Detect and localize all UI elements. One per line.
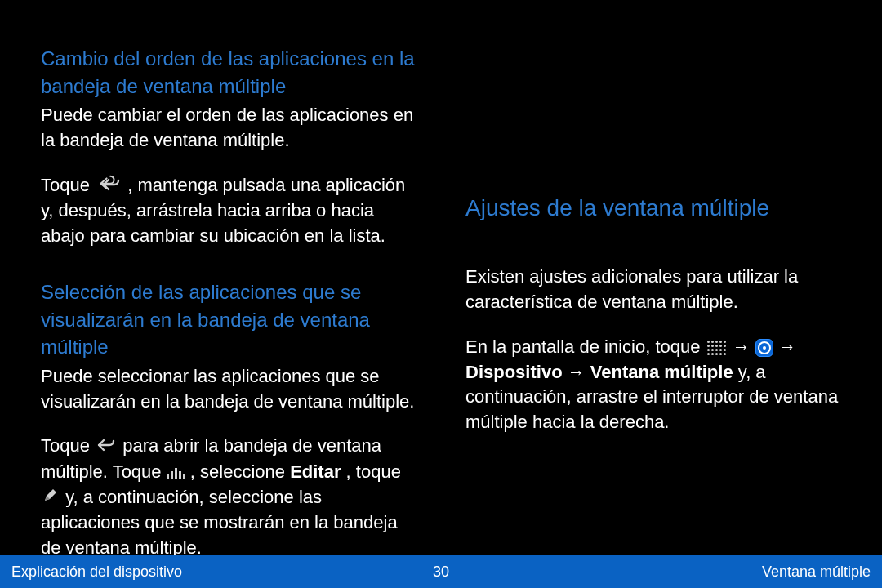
text: → [568, 362, 590, 382]
paragraph: Toque para abrir la bandeja de ventana m… [41, 434, 416, 561]
text: , toque [346, 461, 401, 482]
text: Puede cambiar el orden de las aplicacion… [41, 105, 413, 150]
heading-multiwindow-settings: Ajustes de la ventana múltiple [466, 192, 841, 224]
paragraph: Existen ajustes adicionales para utiliza… [466, 265, 841, 315]
text-bold: Ventana múltiple [590, 362, 733, 382]
paragraph: Puede cambiar el orden de las aplicacion… [41, 103, 416, 154]
paragraph: Puede seleccionar las aplicaciones que s… [41, 364, 416, 415]
page-number: 30 [433, 564, 449, 581]
text: Existen ajustes adicionales para utiliza… [466, 266, 798, 312]
left-column: Cambio del orden de las aplicaciones en … [41, 45, 416, 555]
right-column: Ajustes de la ventana múltiple Existen a… [466, 45, 841, 555]
text: En la pantalla de inicio, toque [466, 336, 706, 357]
bars-icon [167, 468, 185, 479]
text: Toque [41, 435, 95, 456]
apps-grid-icon [706, 339, 728, 357]
text: → [778, 336, 796, 357]
paragraph: Toque , mantenga pulsada una aplicación … [41, 173, 416, 249]
text-bold: Dispositivo [466, 362, 563, 382]
text: Toque [41, 175, 95, 195]
text: , mantenga pulsada una aplicación y, des… [41, 175, 405, 246]
pencil-icon [42, 485, 59, 510]
text: → [733, 336, 755, 357]
heading-reorder-apps: Cambio del orden de las aplicaciones en … [41, 45, 416, 100]
text: Puede seleccionar las aplicaciones que s… [41, 366, 414, 412]
footer-bar: Explicación del dispositivo 30 Ventana m… [0, 555, 882, 588]
back-arrow-icon [96, 174, 121, 199]
text-bold: Editar [290, 461, 341, 482]
paragraph: En la pantalla de inicio, toque → → Disp… [466, 335, 841, 435]
footer-left: Explicación del dispositivo [11, 564, 182, 581]
text: y, a continuación, seleccione las aplica… [41, 487, 398, 558]
settings-icon [755, 339, 773, 357]
footer-right: Ventana múltiple [762, 564, 871, 581]
text: , seleccione [190, 461, 290, 482]
back-arrow-icon [96, 434, 116, 460]
heading-select-apps: Selección de las aplicaciones que se vis… [41, 278, 416, 361]
